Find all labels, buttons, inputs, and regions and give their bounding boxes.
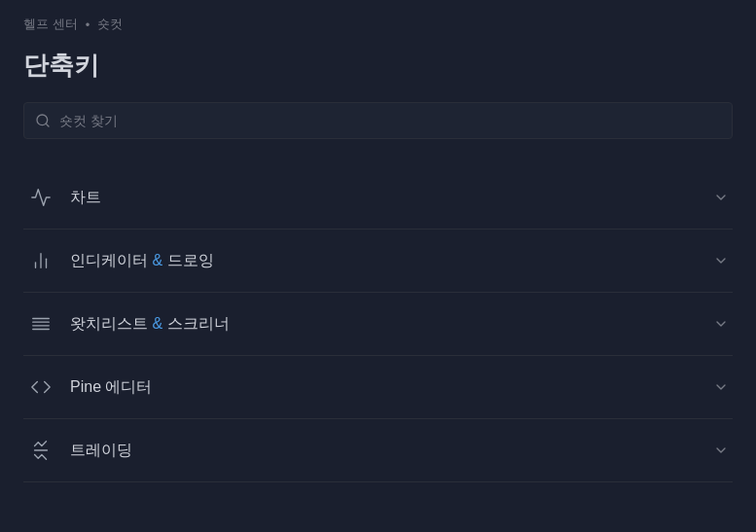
pine-icon <box>27 373 54 401</box>
accordion-label-chart: 차트 <box>70 188 101 208</box>
accordion-left-trading: 트레이딩 <box>27 437 132 464</box>
trading-icon <box>27 437 54 464</box>
page-title: 단축키 <box>23 49 733 83</box>
breadcrumb-current: 숏컷 <box>97 16 123 33</box>
chevron-down-icon-indicator <box>713 253 729 268</box>
accordion-label-pine: Pine 에디터 <box>70 377 152 398</box>
accordion-item-watchlist: 왓치리스트 & 스크리너 <box>23 293 733 356</box>
accordion-left-pine: Pine 에디터 <box>27 373 152 401</box>
breadcrumb-separator: • <box>86 18 90 32</box>
breadcrumb-home[interactable]: 헬프 센터 <box>23 16 78 33</box>
accordion-item-chart: 차트 <box>23 166 733 230</box>
chevron-down-icon-trading <box>713 443 729 458</box>
chevron-down-icon-chart <box>713 190 729 205</box>
accordion-header-trading[interactable]: 트레이딩 <box>23 419 733 481</box>
chevron-down-icon-watchlist <box>713 316 729 332</box>
search-icon <box>35 113 51 128</box>
accordion-label-indicator: 인디케이터 & 드로잉 <box>70 251 214 271</box>
accordion-label-watchlist: 왓치리스트 & 스크리너 <box>70 314 230 335</box>
accordion-header-chart[interactable]: 차트 <box>23 166 733 229</box>
accordion-header-pine[interactable]: Pine 에디터 <box>23 356 733 418</box>
chart-icon <box>27 184 54 211</box>
accordion-list: 차트 인디케이터 & 드로잉 <box>23 166 733 482</box>
accordion-header-indicator[interactable]: 인디케이터 & 드로잉 <box>23 230 733 292</box>
accordion-item-trading: 트레이딩 <box>23 419 733 482</box>
accordion-label-trading: 트레이딩 <box>70 441 132 461</box>
search-container <box>23 102 733 139</box>
accordion-header-watchlist[interactable]: 왓치리스트 & 스크리너 <box>23 293 733 355</box>
search-input[interactable] <box>23 102 733 139</box>
accordion-item-indicator: 인디케이터 & 드로잉 <box>23 230 733 293</box>
watchlist-icon <box>27 310 54 337</box>
chevron-down-icon-pine <box>713 379 729 395</box>
breadcrumb: 헬프 센터 • 숏컷 <box>23 16 733 33</box>
accordion-item-pine: Pine 에디터 <box>23 356 733 419</box>
accordion-left-watchlist: 왓치리스트 & 스크리너 <box>27 310 230 337</box>
accordion-left-indicator: 인디케이터 & 드로잉 <box>27 247 214 274</box>
svg-line-1 <box>46 124 49 126</box>
accordion-left-chart: 차트 <box>27 184 101 211</box>
indicator-icon <box>27 247 54 274</box>
